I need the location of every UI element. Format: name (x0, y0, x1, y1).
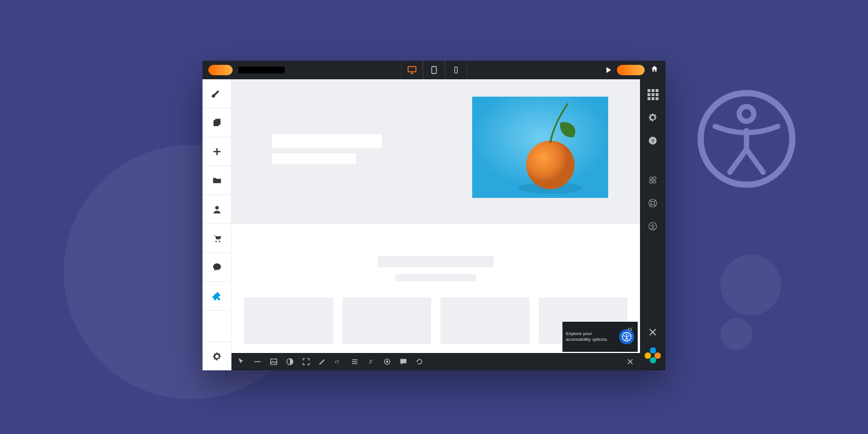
sidebar-item-design[interactable] (203, 79, 231, 108)
site-title[interactable] (238, 67, 285, 73)
minus-icon (253, 357, 262, 366)
svg-rect-11 (215, 119, 220, 125)
rs-components[interactable] (642, 170, 663, 190)
svg-point-39 (650, 177, 653, 180)
person-icon (212, 204, 222, 215)
brush-icon (212, 89, 222, 99)
chevron-left-icon (626, 324, 634, 334)
sidebar-item-settings[interactable] (203, 341, 231, 370)
hero-subheading-placeholder[interactable] (272, 153, 356, 164)
rs-apps[interactable] (642, 84, 663, 105)
tool-theme[interactable] (382, 356, 392, 367)
right-sidebar: ? (640, 79, 665, 370)
image-icon (269, 357, 278, 366)
card-placeholder[interactable] (440, 297, 529, 344)
svg-line-45 (650, 200, 652, 202)
hero-section[interactable] (231, 79, 640, 224)
rs-close[interactable] (642, 322, 663, 343)
rs-settings[interactable] (642, 107, 663, 128)
tool-pointer[interactable] (236, 356, 247, 367)
device-desktop-button[interactable] (401, 61, 423, 79)
accessibility-tooltip[interactable]: Explore your accessibility options. (562, 322, 638, 352)
svg-text:F: F (369, 359, 373, 365)
hero-heading-placeholder[interactable] (272, 134, 382, 148)
top-bar (203, 61, 665, 79)
home-button[interactable] (650, 65, 659, 75)
tool-textsize[interactable]: тT (333, 356, 344, 367)
contrast-icon (285, 357, 295, 366)
rs-support[interactable] (642, 193, 663, 214)
tool-comment[interactable] (398, 356, 409, 367)
gear-icon (648, 112, 658, 123)
home-icon (650, 65, 659, 73)
rs-accessibility[interactable] (642, 216, 663, 237)
tool-fullscreen[interactable] (301, 356, 311, 367)
svg-point-19 (526, 141, 575, 189)
italic-icon: F (366, 357, 376, 366)
gear-icon (212, 351, 222, 362)
rs-help[interactable]: ? (642, 130, 663, 151)
phone-icon (452, 66, 460, 74)
shapes-icon (648, 175, 658, 185)
tool-image[interactable] (269, 356, 279, 367)
bottom-toolbar: тT F (231, 353, 640, 370)
svg-text:тT: тT (334, 359, 339, 365)
desktop-icon (407, 65, 417, 75)
section-subtitle-placeholder[interactable] (395, 274, 476, 281)
tool-contrast[interactable] (285, 356, 295, 367)
text-size-icon: тT (334, 357, 343, 366)
canvas[interactable]: Explore your accessibility options. (231, 79, 640, 370)
svg-rect-8 (432, 67, 436, 73)
svg-point-44 (651, 201, 654, 205)
tool-pen[interactable] (317, 356, 328, 367)
speech-icon (399, 357, 408, 366)
svg-rect-5 (408, 67, 416, 72)
sidebar-item-store[interactable] (203, 224, 231, 253)
close-icon (626, 357, 635, 366)
svg-line-48 (654, 204, 656, 206)
tablet-icon (429, 65, 439, 75)
editor-window: Explore your accessibility options. (203, 61, 665, 370)
rs-marketplace[interactable] (642, 345, 663, 366)
bg-circle-medium (720, 255, 781, 315)
svg-rect-9 (455, 67, 458, 73)
section-title-placeholder[interactable] (378, 256, 494, 267)
svg-point-14 (215, 206, 219, 209)
tool-italic[interactable]: F (366, 356, 376, 367)
card-placeholder[interactable] (343, 297, 432, 344)
svg-line-47 (650, 204, 652, 206)
sidebar-item-media[interactable] (203, 166, 231, 195)
hero-image[interactable] (472, 97, 608, 198)
tool-refresh[interactable] (414, 356, 425, 367)
svg-line-4 (746, 149, 763, 172)
folder-icon (212, 175, 222, 186)
tangerine-illustration (472, 97, 608, 198)
svg-text:?: ? (651, 138, 654, 144)
sidebar-item-comments[interactable] (203, 253, 231, 282)
tool-line[interactable] (252, 356, 263, 367)
puzzle-icon (212, 291, 222, 301)
brand-logo[interactable] (208, 65, 233, 75)
play-button[interactable] (606, 67, 611, 73)
svg-line-46 (654, 200, 656, 202)
sidebar-item-pages[interactable] (203, 108, 231, 137)
grid9-icon (648, 89, 659, 100)
sidebar-item-add[interactable] (203, 137, 231, 166)
device-tablet-button[interactable] (423, 61, 445, 79)
sidebar-item-plugins[interactable] (203, 282, 231, 311)
device-phone-button[interactable] (445, 61, 467, 79)
svg-rect-13 (214, 150, 220, 152)
svg-rect-25 (255, 361, 261, 362)
accessibility-hero-icon (694, 87, 799, 191)
svg-point-50 (652, 223, 653, 225)
svg-point-16 (219, 241, 220, 242)
accessibility-icon (648, 221, 658, 231)
tool-list[interactable] (350, 356, 360, 367)
sidebar-item-members[interactable] (203, 195, 231, 224)
toolbar-close[interactable] (625, 356, 635, 367)
card-placeholder[interactable] (244, 297, 333, 344)
help-icon: ? (648, 135, 658, 146)
preview-button[interactable] (617, 65, 645, 75)
list-icon (350, 357, 359, 366)
svg-point-34 (386, 361, 388, 363)
